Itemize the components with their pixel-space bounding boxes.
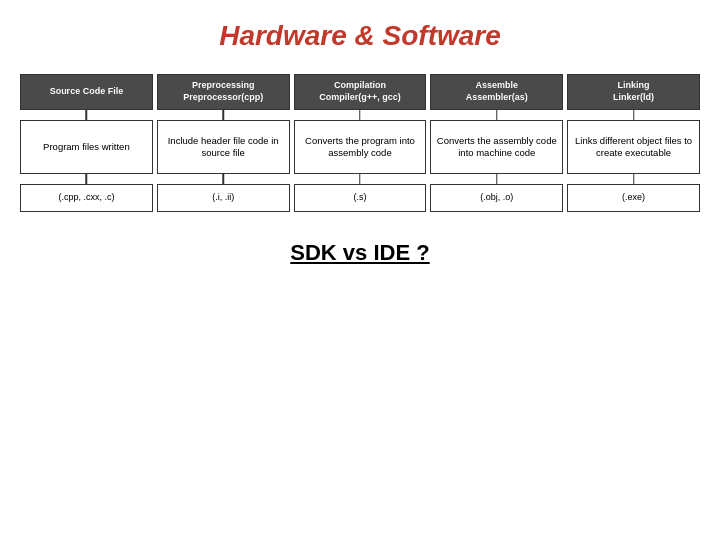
column-linking: LinkingLinker(ld)Links different object …: [567, 74, 700, 212]
connector-top-linking: [567, 110, 700, 120]
middle-source: Program files written: [20, 120, 153, 174]
connector-bottom-assemble: [430, 174, 563, 184]
column-assemble: AssembleAssembler(as)Converts the assemb…: [430, 74, 563, 212]
column-compilation: CompilationCompiler(g++, gcc)Converts th…: [294, 74, 427, 212]
header-compilation: CompilationCompiler(g++, gcc): [294, 74, 427, 110]
bottom-preprocessing: (.i, .ii): [157, 184, 290, 212]
column-preprocessing: PreprocessingPreprocessor(cpp)Include he…: [157, 74, 290, 212]
bottom-linking: (.exe): [567, 184, 700, 212]
connector-top-preprocessing: [157, 110, 290, 120]
diagram: Source Code FileProgram files written(.c…: [20, 74, 700, 212]
header-linking: LinkingLinker(ld): [567, 74, 700, 110]
middle-preprocessing: Include header file code in source file: [157, 120, 290, 174]
connector-bottom-linking: [567, 174, 700, 184]
page-title: Hardware & Software: [20, 20, 700, 52]
connector-top-compilation: [294, 110, 427, 120]
bottom-assemble: (.obj, .o): [430, 184, 563, 212]
sdk-ide-label: SDK vs IDE ?: [20, 240, 700, 266]
bottom-source: (.cpp, .cxx, .c): [20, 184, 153, 212]
connector-bottom-preprocessing: [157, 174, 290, 184]
middle-linking: Links different object files to create e…: [567, 120, 700, 174]
connector-bottom-source: [20, 174, 153, 184]
middle-assemble: Converts the assembly code into machine …: [430, 120, 563, 174]
connector-bottom-compilation: [294, 174, 427, 184]
header-preprocessing: PreprocessingPreprocessor(cpp): [157, 74, 290, 110]
header-assemble: AssembleAssembler(as): [430, 74, 563, 110]
column-source: Source Code FileProgram files written(.c…: [20, 74, 153, 212]
bottom-compilation: (.s): [294, 184, 427, 212]
connector-top-assemble: [430, 110, 563, 120]
connector-top-source: [20, 110, 153, 120]
middle-compilation: Converts the program into assembly code: [294, 120, 427, 174]
page: Hardware & Software Source Code FileProg…: [0, 0, 720, 540]
header-source: Source Code File: [20, 74, 153, 110]
